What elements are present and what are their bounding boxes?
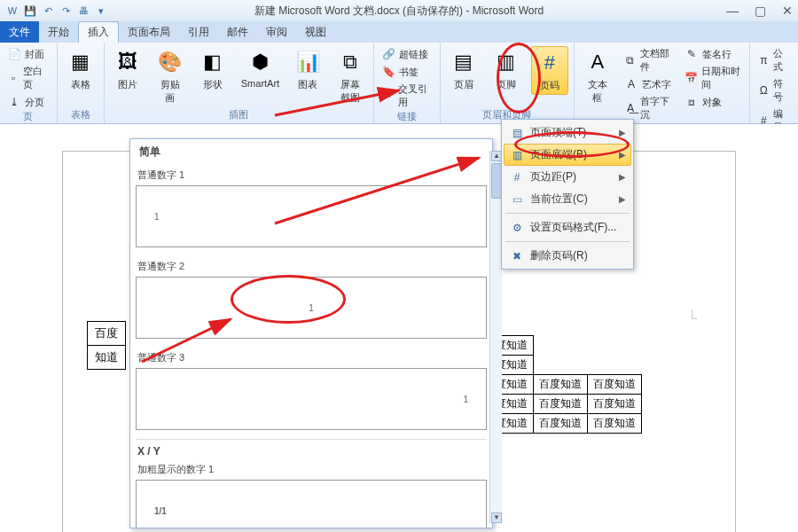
group-links: 🔗超链接 🔖书签 ↔交叉引用 链接 (374, 43, 441, 123)
scroll-down-button[interactable]: ▼ (491, 512, 502, 523)
minimize-button[interactable]: — (726, 4, 739, 18)
side-table: 百度 知道 (87, 321, 126, 370)
page-number-button[interactable]: #页码 (531, 46, 568, 95)
gallery-item-label: 普通数字 3 (136, 348, 487, 368)
page-number-gallery: 简单 普通数字 1 1 普通数字 2 1 普通数字 3 1 X / Y 加粗显示… (129, 138, 493, 528)
header-button[interactable]: ▤页眉 (446, 46, 481, 95)
screenshot-icon: ⧉ (336, 48, 364, 76)
chart-button[interactable]: 📊图表 (290, 46, 325, 106)
gallery-item-preview[interactable]: 1 (136, 277, 487, 339)
textbox-icon: A (583, 48, 612, 76)
symbol-icon: Ω (757, 83, 770, 98)
right-data-table-2: 百度知道百度知道百度知道 百度知道百度知道百度知道 百度知道百度知道百度知道 (479, 374, 642, 434)
table-button[interactable]: ▦ 表格 (63, 46, 98, 93)
crossref-button[interactable]: ↔交叉引用 (379, 82, 434, 110)
tab-insert[interactable]: 插入 (78, 21, 119, 43)
blank-page-button[interactable]: ▫空白页 (5, 64, 51, 92)
tab-file[interactable]: 文件 (0, 21, 39, 43)
tab-references[interactable]: 引用 (179, 21, 218, 43)
wordart-icon: A (624, 77, 638, 91)
hyperlink-icon: 🔗 (381, 47, 395, 61)
chart-icon: 📊 (293, 48, 322, 76)
tab-page-layout[interactable]: 页面布局 (119, 21, 179, 43)
picture-icon: 🖼 (113, 48, 142, 76)
screenshot-button[interactable]: ⧉屏幕截图 (332, 46, 368, 106)
signature-icon: ✎ (685, 47, 699, 61)
menu-page-bottom[interactable]: ▥页面底端(B)▶ (504, 144, 631, 166)
hyperlink-button[interactable]: 🔗超链接 (379, 46, 434, 62)
menu-separator (505, 241, 630, 242)
gallery-item-preview[interactable]: 1 (136, 185, 487, 247)
cover-page-button[interactable]: 📄封面 (5, 46, 51, 62)
dropcap-icon: A͟ (624, 101, 637, 115)
quickparts-button[interactable]: ⧉文档部件 (622, 46, 676, 74)
side-cell: 知道 (88, 346, 126, 370)
page-number-icon: # (536, 49, 564, 77)
tab-home[interactable]: 开始 (39, 21, 78, 43)
gallery-section-simple: 简单 (130, 139, 492, 165)
datetime-icon: 📅 (685, 71, 698, 85)
equation-button[interactable]: π公式 (755, 46, 793, 74)
window-controls: — ▢ ✕ (726, 4, 793, 18)
gallery-item-label: 普通数字 1 (136, 165, 487, 185)
format-icon: ⚙ (509, 221, 525, 235)
gallery-item-preview[interactable]: 1/1 (136, 480, 487, 528)
smartart-button[interactable]: ⬢SmartArt (238, 46, 283, 106)
menu-page-margin[interactable]: #页边距(P)▶ (504, 166, 631, 188)
qat-more-icon[interactable]: ▾ (94, 4, 108, 18)
chevron-right-icon: ▶ (619, 172, 626, 182)
tab-view[interactable]: 视图 (296, 21, 335, 43)
clipart-button[interactable]: 🎨剪贴画 (153, 46, 188, 106)
footer-button[interactable]: ▥页脚 (489, 46, 524, 95)
object-button[interactable]: ⧈对象 (683, 94, 744, 110)
bookmark-icon: 🔖 (381, 65, 395, 79)
tab-review[interactable]: 审阅 (257, 21, 296, 43)
quick-access-toolbar: W 💾 ↶ ↷ 🖶 ▾ (5, 4, 108, 18)
group-label: 页 (5, 110, 51, 123)
close-button[interactable]: ✕ (782, 4, 793, 18)
ribbon: 📄封面 ▫空白页 ⤓分页 页 ▦ 表格 表格 🖼图片 🎨剪贴画 ◧形状 ⬢Sma… (0, 43, 798, 124)
blank-page-icon: ▫ (7, 71, 20, 85)
save-icon[interactable]: 💾 (23, 4, 37, 18)
picture-button[interactable]: 🖼图片 (110, 46, 145, 106)
menu-page-top[interactable]: ▤页面顶端(T)▶ (504, 121, 631, 144)
page-number-menu: ▤页面顶端(T)▶ ▥页面底端(B)▶ #页边距(P)▶ ▭当前位置(C)▶ ⚙… (501, 119, 634, 270)
table-icon: ▦ (66, 48, 95, 76)
gallery-item-preview[interactable]: 1 (136, 368, 487, 430)
gallery-scrollbar[interactable]: ▲ ▼ (489, 151, 502, 523)
datetime-button[interactable]: 📅日期和时间 (683, 64, 744, 92)
shapes-button[interactable]: ◧形状 (195, 46, 231, 106)
chevron-right-icon: ▶ (619, 194, 626, 204)
gallery-item-label: 普通数字 2 (136, 256, 487, 277)
tab-mailings[interactable]: 邮件 (218, 21, 257, 43)
gallery-body[interactable]: 普通数字 1 1 普通数字 2 1 普通数字 3 1 X / Y 加粗显示的数字… (130, 165, 492, 528)
ribbon-tabs: 文件 开始 插入 页面布局 引用 邮件 审阅 视图 (0, 21, 798, 43)
textbox-button[interactable]: A文本框 (580, 46, 615, 122)
window-title: 新建 Microsoft Word 文档.docx (自动保存的) - Micr… (0, 4, 798, 19)
redo-icon[interactable]: ↷ (59, 4, 73, 18)
wordart-button[interactable]: A艺术字 (622, 76, 676, 92)
bookmark-button[interactable]: 🔖书签 (379, 64, 434, 80)
print-icon[interactable]: 🖶 (76, 4, 90, 18)
signature-button[interactable]: ✎签名行 (683, 46, 744, 62)
word-icon: W (5, 4, 20, 18)
maximize-button[interactable]: ▢ (755, 4, 766, 18)
footer-icon: ▥ (492, 48, 520, 76)
page-break-button[interactable]: ⤓分页 (5, 94, 51, 110)
menu-remove-pagenum[interactable]: ✖删除页码(R) (504, 245, 631, 267)
group-header-footer: ▤页眉 ▥页脚 #页码 页眉和页脚 (441, 43, 575, 123)
gallery-section-xy: X / Y (136, 439, 487, 459)
symbol-button[interactable]: Ω符号 (755, 76, 793, 105)
margin-corner-mark: └ (687, 310, 697, 326)
page-bottom-icon: ▥ (509, 148, 525, 162)
crossref-icon: ↔ (381, 89, 394, 103)
undo-icon[interactable]: ↶ (41, 4, 55, 18)
menu-current-position[interactable]: ▭当前位置(C)▶ (504, 188, 631, 210)
group-symbols: π公式 Ω符号 #编号 符号 (750, 43, 798, 123)
menu-format-pagenum[interactable]: ⚙设置页码格式(F)... (504, 216, 631, 239)
menu-separator (505, 213, 630, 214)
page-break-icon: ⤓ (7, 95, 21, 109)
quickparts-icon: ⧉ (624, 53, 637, 67)
header-icon: ▤ (450, 48, 478, 76)
shapes-icon: ◧ (199, 48, 227, 76)
